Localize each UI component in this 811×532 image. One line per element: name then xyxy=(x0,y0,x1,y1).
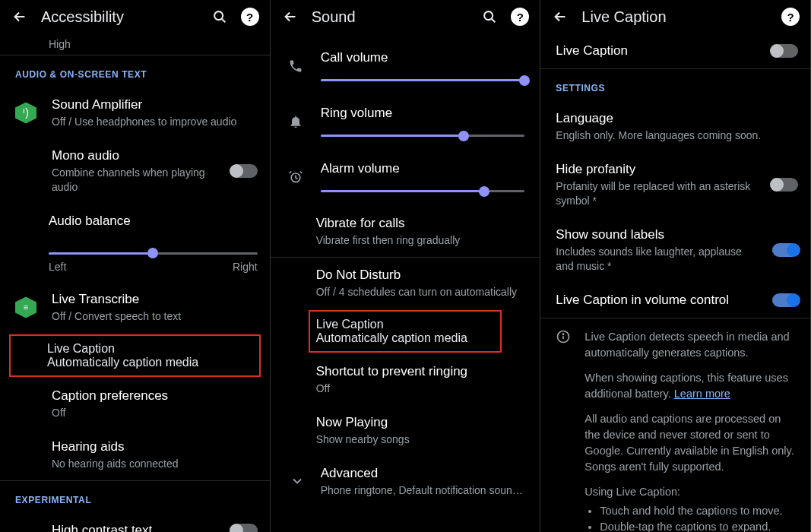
language-row[interactable]: Language English only. More languages co… xyxy=(540,101,810,152)
volume-ctrl-title: Live Caption in volume control xyxy=(556,292,760,309)
dnd-row[interactable]: Do Not Disturb Off / 4 schedules can tur… xyxy=(271,258,540,309)
caption-prefs-row[interactable]: Caption preferences Off xyxy=(0,378,270,429)
profanity-title: Hide profanity xyxy=(556,161,760,178)
profanity-sub: Profanity will be replaced with an aster… xyxy=(556,179,760,208)
info-icon xyxy=(554,329,572,532)
learn-more-link[interactable]: Learn more xyxy=(674,388,730,400)
search-icon[interactable] xyxy=(211,8,229,26)
svg-point-5 xyxy=(563,334,564,334)
audio-balance-slider[interactable] xyxy=(49,252,258,255)
shortcut-title: Shortcut to prevent ringing xyxy=(316,363,528,380)
live-caption-highlighted-row[interactable]: Live Caption Automatically caption media xyxy=(309,310,502,353)
advanced-title: Advanced xyxy=(321,465,528,482)
advanced-row[interactable]: Advanced Phone ringtone, Default notific… xyxy=(271,456,540,507)
section-experimental: EXPERIMENTAL xyxy=(0,481,270,513)
balance-left-label: Left xyxy=(49,261,66,273)
dnd-sub: Off / 4 schedules can turn on automatica… xyxy=(316,285,528,299)
dnd-title: Do Not Disturb xyxy=(316,267,528,283)
call-volume-row[interactable]: Call volume xyxy=(271,33,540,86)
master-title: Live Caption xyxy=(556,43,760,59)
live-caption-title: Live Caption xyxy=(47,342,253,356)
help-icon[interactable]: ? xyxy=(241,8,259,26)
caption-prefs-title: Caption preferences xyxy=(52,388,258,404)
help-icon[interactable]: ? xyxy=(511,8,529,26)
mono-audio-row[interactable]: Mono audio Combine channels when playing… xyxy=(0,138,270,204)
sound-labels-toggle[interactable] xyxy=(772,243,798,257)
hearing-aids-sub: No hearing aids connected xyxy=(52,457,258,471)
info-p2: When showing captions, this feature uses… xyxy=(584,370,797,402)
call-volume-label: Call volume xyxy=(321,50,525,65)
mono-audio-title: Mono audio xyxy=(52,147,220,164)
audio-balance-row[interactable]: Audio balance Left Right xyxy=(0,204,270,282)
audio-balance-title: Audio balance xyxy=(49,213,258,230)
language-sub: English only. More languages coming soon… xyxy=(556,128,798,143)
page-title: Sound xyxy=(312,8,469,26)
topbar-accessibility: Accessibility ? xyxy=(0,0,270,33)
live-transcribe-sub: Off / Convert speech to text xyxy=(52,309,258,324)
info-section: Live Caption detects speech in media and… xyxy=(540,318,810,532)
partial-prev-item: High xyxy=(0,33,270,55)
sound-labels-row[interactable]: Show sound labels Includes sounds like l… xyxy=(540,217,810,283)
now-playing-row[interactable]: Now Playing Show nearby songs xyxy=(271,405,540,456)
sound-labels-title: Show sound labels xyxy=(556,226,760,243)
live-caption-sub: Automatically caption media xyxy=(47,356,253,369)
live-caption-master-row[interactable]: Live Caption xyxy=(540,33,810,68)
live-caption-highlighted-row[interactable]: Live Caption Automatically caption media xyxy=(9,334,261,377)
hearing-aids-row[interactable]: Hearing aids No hearing aids connected xyxy=(0,429,270,480)
now-playing-sub: Show nearby songs xyxy=(316,432,528,447)
live-caption-master-toggle[interactable] xyxy=(772,44,798,58)
shortcut-sub: Off xyxy=(316,382,528,396)
ring-volume-slider[interactable] xyxy=(321,135,525,137)
info-p4: Using Live Caption: xyxy=(584,484,797,500)
ring-volume-row[interactable]: Ring volume xyxy=(271,86,540,141)
high-contrast-title: High contrast text xyxy=(52,522,220,532)
vibrate-calls-row[interactable]: Vibrate for calls Vibrate first then rin… xyxy=(271,206,540,257)
sound-amplifier-row[interactable]: ᑊ) Sound Amplifier Off / Use headphones … xyxy=(0,87,270,138)
ear-icon: ᑊ) xyxy=(15,102,36,123)
language-title: Language xyxy=(556,110,798,127)
section-audio-text: AUDIO & ON-SCREEN TEXT xyxy=(0,55,270,87)
volume-control-row[interactable]: Live Caption in volume control xyxy=(540,283,810,318)
mono-audio-sub: Combine channels when playing audio xyxy=(52,166,220,195)
back-arrow-icon[interactable] xyxy=(551,8,569,26)
hide-profanity-toggle[interactable] xyxy=(772,178,798,192)
alarm-icon xyxy=(286,169,306,185)
bell-icon xyxy=(286,114,306,129)
high-contrast-toggle[interactable] xyxy=(232,524,258,532)
alarm-volume-label: Alarm volume xyxy=(321,161,525,176)
alarm-volume-row[interactable]: Alarm volume xyxy=(271,141,540,206)
now-playing-title: Now Playing xyxy=(316,414,528,431)
phone-icon xyxy=(286,59,306,74)
info-bullet-2: Double-tap the captions to expand. xyxy=(600,519,797,532)
topbar-live-caption: Live Caption ? xyxy=(540,0,810,33)
alarm-volume-slider[interactable] xyxy=(321,190,525,192)
call-volume-slider[interactable] xyxy=(321,79,525,81)
info-p1: Live Caption detects speech in media and… xyxy=(584,329,797,361)
svg-point-1 xyxy=(484,11,493,20)
vibrate-title: Vibrate for calls xyxy=(316,215,528,232)
live-caption-title: Live Caption xyxy=(316,318,495,331)
page-title: Accessibility xyxy=(41,8,198,26)
mono-audio-toggle[interactable] xyxy=(232,164,258,178)
volume-control-toggle[interactable] xyxy=(772,293,798,307)
svg-point-0 xyxy=(214,11,223,20)
search-icon[interactable] xyxy=(480,8,499,26)
advanced-sub: Phone ringtone, Default notification sou… xyxy=(321,483,528,498)
page-title: Live Caption xyxy=(581,8,769,26)
back-arrow-icon[interactable] xyxy=(281,8,299,26)
section-settings: SETTINGS xyxy=(540,69,810,101)
sound-labels-sub: Includes sounds like laughter, applause … xyxy=(556,245,760,274)
info-bullet-1: Touch and hold the captions to move. xyxy=(600,503,797,519)
info-p3: All audio and captions are processed on … xyxy=(584,411,797,475)
live-transcribe-row[interactable]: ≡ Live Transcribe Off / Convert speech t… xyxy=(0,282,270,333)
back-arrow-icon[interactable] xyxy=(11,8,29,26)
high-contrast-row[interactable]: High contrast text xyxy=(0,513,270,532)
vibrate-sub: Vibrate first then ring gradually xyxy=(316,233,528,248)
help-icon[interactable]: ? xyxy=(781,8,800,26)
shortcut-ringing-row[interactable]: Shortcut to prevent ringing Off xyxy=(271,354,540,405)
topbar-sound: Sound ? xyxy=(271,0,540,33)
live-transcribe-title: Live Transcribe xyxy=(52,291,258,308)
transcribe-icon: ≡ xyxy=(15,296,36,318)
live-caption-sub: Automatically caption media xyxy=(316,331,495,345)
hide-profanity-row[interactable]: Hide profanity Profanity will be replace… xyxy=(540,152,810,217)
